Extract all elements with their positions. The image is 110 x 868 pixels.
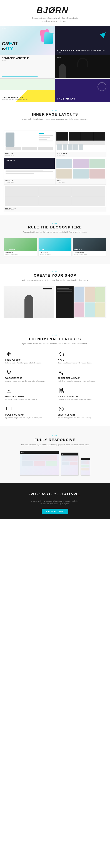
arrow-shape [100,31,108,38]
mock-row-header [56,132,106,141]
blog-previews: FASHIONISTA FASHIONISTA LIFESTYLE · 2 MI… [4,238,106,256]
mobile-preview [81,458,90,476]
support-icon [58,405,65,412]
teal-card-shape [44,32,53,44]
blog-card-meta-3: CREATIVE · 5 MIN READ [74,254,105,255]
reimagine-title: REIMAGINE YOURSELF [2,57,53,59]
feature-docs-desc: Carefully compiled and easy to follow us… [58,398,92,401]
shop-main [74,286,106,318]
svg-point-7 [62,373,63,374]
footer: INGENUITY. BJØRN_ Create a simply mesmer… [0,483,110,519]
shop-previews [4,286,106,318]
svg-rect-2 [7,354,8,356]
shop-subtitle: Make your own eCommerce platform in no t… [19,279,91,282]
hero-cell-sublabel-4: DEMO [57,57,61,58]
svg-rect-1 [9,352,11,354]
feature-import-desc: Import the full demo content with one mo… [5,398,39,401]
purchase-button[interactable]: PURCHASE NOW [42,509,68,514]
feature-plugins-title: FREE PLUGINS [5,359,21,361]
feature-plugins-desc: Included are the Visual Composer & Slide… [5,362,42,364]
blog-subtitle: Your posts will stand out the way you al… [19,231,91,234]
shop-item-1 [75,287,84,302]
inner-layouts-subtitle: A large collection of stunning predesign… [19,118,91,121]
about-us-preview: ABOUT US [4,158,55,179]
plugin-icon [5,350,12,358]
svg-line-9 [60,371,62,372]
feature-woo-title: WOOCOMMERCE [5,377,22,379]
svg-point-23 [61,410,62,410]
svg-rect-17 [7,407,11,410]
team-label: TEAM [56,179,106,182]
feature-wpml-desc: Create a multilingual website with the u… [58,362,92,364]
team-preview [56,158,106,179]
tablet-header: BJ [61,453,78,456]
mock-person-about [5,132,15,147]
about-us-label: ABOUT US [4,179,55,182]
blog-card-title-1: FASHIONISTA [5,252,36,254]
mock-line-accent [38,133,44,134]
about-us-hero-dark: ABOUT US [4,158,55,169]
feature-admin: POWERFUL ADMIN Bjorn has a comprehensive… [5,405,52,419]
offices-grid [5,186,105,206]
hero-cell-power: WE OCCASION & UTILIZE YOUR CREATIVE POWE… [55,26,110,55]
hero-cell-sublabel-1: DEMO [2,28,6,29]
shop-items [75,287,105,317]
feature-import: ONE-CLICK IMPORT Import the full demo co… [5,387,52,401]
import-icon [5,387,12,394]
creativity-text: CREATivITY [2,41,18,51]
blog-card-title-3: THE DARK SIDE [74,252,105,254]
headphones-shape [77,58,88,67]
hero-cell-creativity: CREATivITY DEMO [0,26,55,55]
feature-wpml: WPML Create a multilingual website with … [58,350,105,364]
mock-lines-about [38,133,53,142]
layout-card-about-us: ABOUT US ABOUT US CONTENT HERE [4,158,55,185]
hero-cell-dark: DEMO [55,55,110,78]
mock-row-1 [56,141,106,143]
inner-layouts-section: DEMO INNER PAGE LAYOUTS A large collecti… [0,102,110,130]
layout-card-about-me: ABOUT ME CONTENT HERE [4,130,55,157]
shop-item-3 [95,287,105,302]
blog-card-1: FASHIONISTA FASHIONISTA LIFESTYLE · 2 MI… [4,238,37,256]
truevision-title: TRUE VISION [57,97,108,100]
logo-text: BJØRN [36,5,68,15]
svg-line-10 [60,373,62,374]
shop-section: DEMO CREATE YOUR SHOP Make your own eCom… [0,264,110,326]
offices-label: OUR OFFICES [4,207,106,209]
admin-icon [5,405,12,412]
about-me-preview [4,131,55,152]
blog-card-img-3: CREATIVE [73,238,106,251]
blog-eyebrow: DEMO [4,223,106,224]
shop-title: CREATE YOUR SHOP [4,273,106,278]
svg-point-4 [8,373,8,374]
svg-rect-0 [7,352,8,354]
blog-card-content-3: THE DARK SIDE CREATIVE · 5 MIN READ [73,251,106,256]
feature-admin-title: POWERFUL ADMIN [5,414,24,416]
feature-wpml-title: WPML [58,359,64,361]
shop-card-fashion [4,286,54,318]
blog-card-img-1: FASHIONISTA [4,238,37,251]
svg-point-8 [59,372,60,373]
desktop-header: BJØRN [20,451,59,454]
mock-line-1 [38,135,53,136]
globe-shape [98,82,106,91]
site-header: BJØRN_ Enter a universe of creativity wi… [0,0,110,26]
offices-preview [4,185,106,207]
shop-sidebar [56,286,74,318]
footer-tagline: Create a simply mesmerizing creative age… [5,500,105,505]
features-grid: FREE PLUGINS Included are the Visual Com… [5,350,105,419]
shop-eyebrow: DEMO [4,271,106,272]
responsive-previews: BJØRN BJ [5,451,105,476]
mock-clients-table [56,132,106,145]
tablet-nav: BJ [62,454,63,455]
creative-title: CREATIVE PRODUCTION [2,96,53,98]
clients-preview [56,131,106,152]
about-me-label: ABOUT ME [4,152,55,155]
feature-social-desc: We include Facebook, Instagram & Twitter… [58,380,95,382]
feature-support-desc: Our friendly support team is there if yo… [58,417,92,419]
tablet-screen: BJ [61,453,78,475]
feature-plugins: FREE PLUGINS Included are the Visual Com… [5,350,52,364]
doc-icon [58,387,65,394]
svg-rect-3 [9,354,11,356]
hero-cell-creative: CREATIVE PRODUCTION VERSATILITY IS AT TH… [0,79,55,102]
shop-price-tags [44,288,52,291]
